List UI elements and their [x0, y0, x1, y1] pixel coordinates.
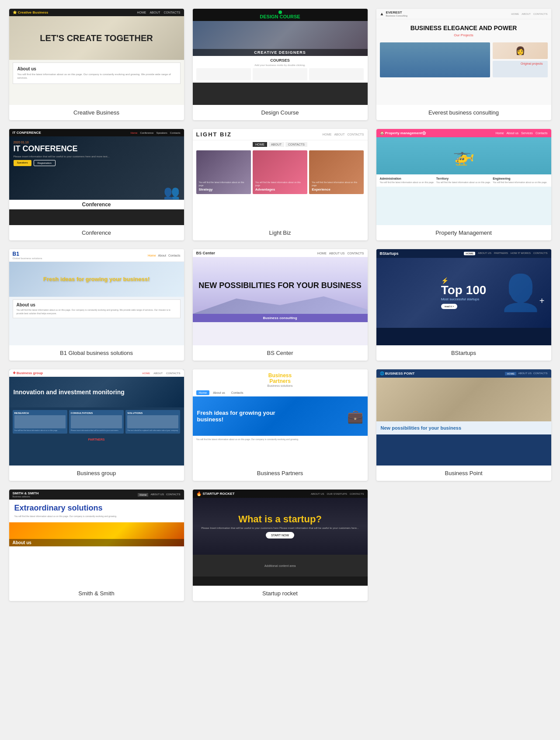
nav-link-contacts[interactable]: CONTACTS	[533, 372, 548, 375]
nav-link-contacts[interactable]: CONTACTS	[348, 252, 364, 255]
nav-link-home[interactable]: Home	[148, 254, 156, 257]
flame-icon: 🔥	[196, 491, 202, 496]
hero-title: Innovation and investment monitoring	[14, 389, 125, 396]
service-image	[71, 415, 122, 428]
card-label[interactable]: B1 Global business solutions	[9, 345, 184, 361]
read-button[interactable]: read it >	[441, 304, 458, 309]
nav-link-partners[interactable]: PARTNERS	[494, 252, 508, 255]
nav-link-contacts[interactable]: CONTACTS	[533, 13, 548, 15]
course-item[interactable]	[309, 68, 364, 80]
feature-card-strategy: You will find the latest information abo…	[196, 150, 251, 194]
tab-bar: HOME ABOUT CONTACTS	[193, 140, 368, 149]
navbar: ❖ Business group HOME ABOUT CONTACTS	[9, 369, 184, 377]
nav-link-contacts[interactable]: Contacts	[168, 254, 181, 257]
nav-link-home[interactable]: HOME	[317, 252, 327, 255]
nav-link-about[interactable]: About us	[506, 132, 518, 135]
card-label[interactable]: Light Biz	[193, 225, 368, 240]
start-button[interactable]: START NOW	[266, 532, 294, 538]
nav-link-contacts[interactable]: CONTACTS	[166, 372, 181, 375]
nav-logo: 🏠 Property management🌸	[380, 131, 427, 135]
avatar-image: 👩	[493, 42, 548, 59]
footer-section: Business consulting	[193, 314, 368, 322]
nav-link-contacts[interactable]: Contacts	[229, 390, 246, 395]
navbar: 🔥 STARTUP ROCKET ABOUT US OUR STARTUPS C…	[193, 490, 368, 498]
nav-logo: 🌐 BUSINESS POINT	[380, 372, 415, 375]
hero-image	[376, 378, 551, 421]
card-label[interactable]: BStartups	[376, 345, 551, 361]
people-icon: 👥	[163, 184, 180, 200]
nav-link-about[interactable]: ABOUT US	[478, 252, 491, 255]
card-label-strategy: Strategy	[199, 188, 213, 191]
card-label[interactable]: Business group	[9, 466, 184, 481]
nav-link-about[interactable]: ABOUT US	[518, 372, 532, 375]
nav-link-speakers[interactable]: Speakers	[156, 132, 167, 134]
hero-section: What is a startup? Please Insert informa…	[193, 498, 368, 555]
nav-link-about[interactable]: ABOUT US	[329, 252, 345, 255]
about-section: About us You will find the latest inform…	[13, 63, 181, 84]
card-label[interactable]: Creative Business	[9, 105, 184, 120]
course-item[interactable]	[196, 68, 251, 80]
card-label[interactable]: Startup rocket	[193, 586, 368, 601]
speakers-button[interactable]: Speakers	[14, 160, 31, 166]
nav-link-about[interactable]: ABOUT	[334, 133, 344, 136]
nav-links: Home About us Services Contacts	[496, 132, 548, 135]
card-everest: ▲ EVEREST Business Consulting HOME ABOUT…	[376, 9, 551, 120]
nav-link-home[interactable]: HOME	[511, 13, 519, 15]
card-label[interactable]: BS Center	[193, 345, 368, 361]
nav-link-contacts[interactable]: CONTACTS	[350, 493, 364, 495]
nav-link-home[interactable]: HOME	[505, 372, 516, 375]
nav-link-about[interactable]: ABOUT US	[150, 493, 164, 497]
card-label[interactable]: Property Management	[376, 225, 551, 240]
body-text: Additional content area	[264, 564, 296, 567]
card-label[interactable]: Everest business consulting	[376, 105, 551, 120]
nav-link-about[interactable]: ABOUT	[153, 372, 163, 375]
partners-section: PARTNERS	[9, 436, 184, 443]
hero-content: ⚡ Top 100 Most successful startups read …	[437, 273, 491, 313]
card-creative-business: ⭐ Creative Business HOME ABOUT CONTACTS …	[9, 9, 184, 120]
nav-link-home[interactable]: Home	[130, 132, 137, 134]
nav-link-contacts[interactable]: CONTACTS	[164, 11, 181, 14]
tab-about[interactable]: ABOUT	[268, 142, 284, 147]
nav-link-about[interactable]: About us	[210, 390, 228, 395]
nav-link-home[interactable]: HOME	[137, 11, 146, 14]
nav-link-about[interactable]: ABOUT	[522, 13, 531, 15]
tab-contacts[interactable]: CONTACTS	[285, 142, 307, 147]
nav-link-home[interactable]: HOME	[322, 133, 331, 136]
service-title: SOLUTIONS	[127, 412, 178, 414]
navbar: ⭐ Creative Business HOME ABOUT CONTACTS	[9, 9, 184, 16]
card-preview: ⭐ Creative Business HOME ABOUT CONTACTS …	[9, 9, 184, 105]
nav-logo: SMITH & SMITH	[13, 491, 39, 495]
nav-link-contacts[interactable]: CONTACTS	[348, 133, 364, 136]
nav-link-about[interactable]: About	[158, 254, 166, 257]
nav-link-home[interactable]: HOME	[142, 372, 150, 375]
nav-link-contacts[interactable]: CONTACTS	[166, 493, 181, 497]
card-label[interactable]: Smith & Smith	[9, 586, 184, 601]
nav-link-about[interactable]: ABOUT	[150, 11, 160, 14]
registration-button[interactable]: Registration	[34, 160, 56, 166]
nav-link-home[interactable]: Home	[138, 493, 148, 497]
card-label[interactable]: Business Partners	[193, 466, 368, 481]
nav-link-about[interactable]: ABOUT US	[311, 493, 324, 495]
card-it-conference: IT CONFERENCE Home Conference Speakers C…	[9, 129, 184, 240]
hero-text: Please Insert information that will be u…	[197, 527, 363, 529]
nav-link-contacts[interactable]: CONTACTS	[533, 252, 548, 255]
tab-home[interactable]: HOME	[253, 142, 267, 147]
nav-link-home[interactable]: HOME	[464, 252, 475, 255]
card-label[interactable]: Design Course	[193, 105, 368, 120]
nav-link-home[interactable]: Home	[496, 132, 504, 135]
hero-section: 🚁	[376, 137, 551, 174]
card-label[interactable]: Conference	[9, 225, 184, 240]
nav-logo: ❖ Business group	[13, 371, 43, 375]
service-title: RESEARCH	[14, 412, 66, 414]
nav-link-services[interactable]: Services	[521, 132, 533, 135]
nav-link-contacts[interactable]: Contacts	[170, 132, 181, 134]
course-item[interactable]	[253, 68, 307, 80]
nav-link-how[interactable]: HOW IT WORKS	[511, 252, 531, 255]
nav-btn-home[interactable]: Home	[196, 390, 210, 395]
card-text: You will find the latest information abo…	[199, 181, 248, 187]
nav-link-conference[interactable]: Conference	[140, 132, 153, 134]
hero-text: You will find the latest information abo…	[14, 515, 179, 518]
card-label[interactable]: Business Point	[376, 466, 551, 481]
nav-link-startups[interactable]: OUR STARTUPS	[327, 493, 347, 495]
nav-link-contacts[interactable]: Contacts	[536, 132, 548, 135]
